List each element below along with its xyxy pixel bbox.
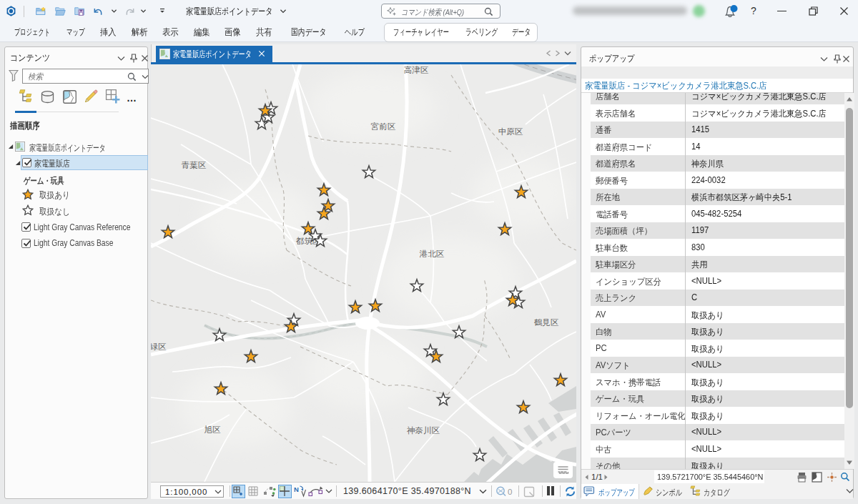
svg-text:青葉区: 青葉区 — [181, 161, 207, 169]
svg-text:緑区: 緑区 — [151, 342, 167, 351]
svg-text:高津区: 高津区 — [404, 66, 429, 74]
svg-text:0: 0 — [508, 488, 512, 496]
svg-text:神奈川区: 神奈川区 — [407, 426, 440, 435]
svg-text:宮前区: 宮前区 — [371, 122, 396, 131]
svg-text:鶴見区: 鶴見区 — [534, 318, 559, 327]
svg-text:中原区: 中原区 — [498, 127, 523, 136]
svg-text:旭区: 旭区 — [204, 425, 222, 434]
svg-text:港北区: 港北区 — [419, 249, 445, 258]
svg-text:N: N — [294, 485, 299, 493]
